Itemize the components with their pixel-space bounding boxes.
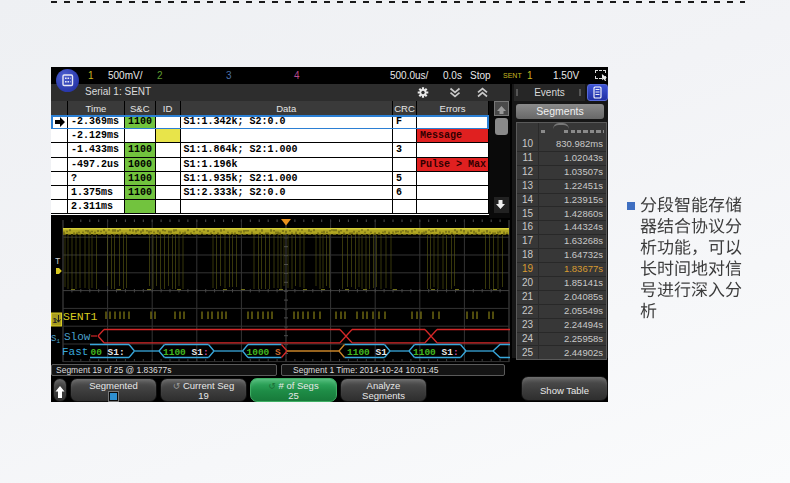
svg-text:T: T (55, 257, 61, 267)
svg-text:1100 S1:: 1100 S1: (163, 347, 209, 358)
svg-text:Slow: Slow (64, 331, 91, 343)
svg-text:1000 S: 1000 S (247, 347, 282, 358)
svg-text:SENT1: SENT1 (63, 310, 98, 323)
svg-text:00 S1:: 00 S1: (91, 347, 125, 358)
svg-text:1100 S1: 1100 S1 (347, 347, 387, 358)
svg-text:Fast: Fast (62, 346, 88, 358)
svg-text:S1: S1 (51, 334, 60, 345)
svg-text:1100 S1:: 1100 S1: (413, 347, 459, 358)
